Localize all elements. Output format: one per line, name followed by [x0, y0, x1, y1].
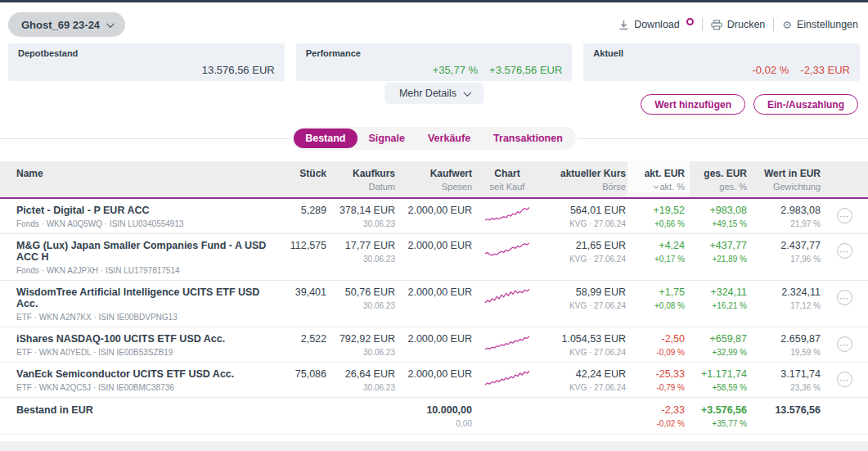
col-header-kaufkurs[interactable]: KaufkursDatum — [333, 168, 395, 192]
table-row: VanEck Semiconductor UCITS ETF USD Acc. … — [0, 363, 868, 398]
ges-eur-cell: +659,87 +32,99 % — [691, 333, 747, 357]
gewichtung-value: 17,12 % — [753, 301, 821, 310]
chart-cell[interactable] — [479, 205, 536, 224]
kaufwert-value: 2.000,00 EUR — [402, 240, 472, 251]
instrument-name-link[interactable]: VanEck Semiconductor UCITS ETF USD Acc. — [16, 368, 274, 380]
aktuell-value: -2,33 EUR — [800, 64, 850, 76]
bestand-wert: 13.576,56 — [753, 404, 821, 416]
tab-bestand[interactable]: Bestand — [294, 129, 357, 148]
akt-pct-value: -0,79 % — [632, 383, 685, 392]
ges-eur-value: +983,08 — [691, 205, 747, 216]
row-more-options-button[interactable]: ⋯ — [837, 336, 852, 352]
gear-icon: ⚙ — [782, 19, 792, 31]
instrument-name-link[interactable]: M&G (Lux) Japan Smaller Companies Fund -… — [16, 240, 274, 263]
akt-eur-value: +1,75 — [632, 286, 685, 298]
ges-pct-value: +49,15 % — [691, 219, 747, 228]
bestand-label: Bestand in EUR — [16, 404, 274, 416]
bestand-akt-eur: -2,33 — [632, 404, 685, 416]
chart-cell[interactable] — [479, 368, 536, 388]
download-label: Download — [634, 19, 680, 30]
ges-pct-value: +32,99 % — [691, 348, 747, 357]
col-header-stueck[interactable]: Stück — [281, 168, 326, 179]
ein-auszahlung-button[interactable]: Ein-/Auszahlung — [753, 94, 858, 115]
wert-value: 3.171,74 — [753, 368, 821, 380]
kaufkurs-value: 792,92 EUR — [333, 333, 395, 345]
tab-signale[interactable]: Signale — [358, 129, 416, 148]
download-icon — [618, 20, 629, 30]
download-button[interactable]: Download — [618, 19, 694, 30]
kauf-datum: 30.06.23 — [333, 383, 395, 392]
sparkline-chart — [483, 286, 531, 306]
instrument-name-link[interactable]: WisdomTree Artificial Intelligence UCITS… — [16, 286, 274, 309]
akt-eur-value: +19,52 — [632, 205, 685, 216]
kaufkurs-cell: 50,76 EUR 30.06.23 — [333, 286, 395, 310]
einstellungen-label: Einstellungen — [797, 19, 858, 30]
chart-cell[interactable] — [479, 240, 536, 259]
wert-hinzufuegen-button[interactable]: Wert hinzufügen — [641, 94, 745, 115]
aktueller-kurs-cell: 58,99 EUR KVG · 27.06.24 — [542, 286, 626, 310]
wert-value: 2.659,87 — [753, 333, 821, 345]
kaufkurs-value: 26,64 EUR — [333, 368, 395, 380]
gewichtung-value: 19,59 % — [753, 348, 821, 357]
kauf-datum: 30.06.23 — [333, 348, 395, 357]
tab-verkaeufe[interactable]: Verkäufe — [416, 129, 482, 148]
row-more-options-button[interactable]: ⋯ — [837, 208, 852, 223]
col-header-aktueller-kurs[interactable]: aktueller KursBörse — [542, 168, 626, 192]
table-row: M&G (Lux) Japan Smaller Companies Fund -… — [0, 234, 868, 281]
chevron-down-icon — [463, 88, 471, 97]
akt-eur-cell: +19,52 +0,66 % — [632, 205, 685, 228]
kaufkurs-value: 17,77 EUR — [333, 240, 395, 251]
chart-cell[interactable] — [479, 333, 536, 353]
einstellungen-button[interactable]: ⚙ Einstellungen — [782, 19, 858, 31]
drucken-button[interactable]: Drucken — [711, 19, 766, 30]
kurs-boerse: KVG · 27.06.24 — [542, 255, 626, 264]
portfolio-name: Ghost_69 23-24 — [21, 19, 100, 31]
instrument-name-link[interactable]: Pictet - Digital - P EUR ACC — [16, 205, 274, 216]
mehr-details-button[interactable]: Mehr Details — [385, 83, 483, 104]
aktueller-kurs-cell: 564,01 EUR KVG · 27.06.24 — [542, 205, 626, 228]
wert-value: 2.983,08 — [753, 205, 821, 216]
akt-pct-value: -0,09 % — [632, 348, 685, 357]
table-row: Pictet - Digital - P EUR ACC Fonds · WKN… — [0, 199, 868, 234]
akt-eur-cell: -2,50 -0,09 % — [632, 333, 685, 357]
stueck-value: 5,289 — [281, 205, 326, 216]
kaufkurs-cell: 26,64 EUR 30.06.23 — [333, 368, 395, 392]
table-row: iShares NASDAQ-100 UCITS ETF USD Acc. ET… — [0, 327, 868, 363]
instrument-meta: ETF · WKN A2N7KX · ISIN IE00BDVPNG13 — [16, 313, 274, 322]
row-more-options-button[interactable]: ⋯ — [837, 243, 852, 259]
chart-cell[interactable] — [479, 286, 536, 306]
bestand-in-eur-row: Bestand in EUR 10.000,00 0,00 -2,33 -0,0… — [0, 398, 868, 435]
kaufwert-value: 2.000,00 EUR — [402, 286, 472, 298]
ges-eur-value: +659,87 — [691, 333, 747, 345]
header-actions: Download Drucken ⚙ Einstellungen — [618, 18, 858, 31]
gewichtung-value: 23,36 % — [753, 383, 821, 392]
col-header-name[interactable]: Name — [16, 168, 274, 179]
wert-cell: 2.659,87 19,59 % — [753, 333, 821, 357]
drucken-label: Drucken — [727, 19, 766, 30]
stueck-value: 112,575 — [281, 240, 326, 251]
col-header-wert-in-eur[interactable]: Wert in EURGewichtung — [753, 168, 821, 192]
instrument-cell: Pictet - Digital - P EUR ACC Fonds · WKN… — [16, 205, 274, 228]
kauf-datum: 30.06.23 — [333, 301, 395, 310]
tab-transaktionen[interactable]: Transaktionen — [482, 129, 574, 148]
instrument-name-link[interactable]: iShares NASDAQ-100 UCITS ETF USD Acc. — [16, 333, 274, 345]
ges-eur-cell: +324,11 +16,21 % — [691, 286, 747, 310]
col-header-ges-eur[interactable]: ges. EURges. % — [691, 168, 747, 192]
sort-chevron-down-icon — [654, 183, 659, 188]
ges-pct-value: +21,89 % — [691, 255, 747, 264]
akt-eur-value: -2,50 — [632, 333, 685, 345]
mehr-details-label: Mehr Details — [399, 88, 456, 99]
portfolio-selector[interactable]: Ghost_69 23-24 — [8, 12, 125, 37]
ges-eur-value: +437,77 — [691, 240, 747, 251]
col-header-chart: Chartseit Kauf — [479, 168, 536, 192]
col-header-akt-eur[interactable]: akt. EURakt. % — [627, 161, 690, 197]
ges-eur-cell: +983,08 +49,15 % — [691, 205, 747, 228]
bestand-akt-pct: -0,02 % — [632, 419, 685, 428]
premium-badge-icon — [686, 18, 694, 25]
depotbestand-label: Depotbestand — [18, 48, 275, 58]
instrument-cell: VanEck Semiconductor UCITS ETF USD Acc. … — [16, 368, 274, 392]
akt-pct-value: +0,17 % — [632, 255, 685, 264]
row-more-options-button[interactable]: ⋯ — [837, 290, 852, 305]
col-header-kaufwert[interactable]: KaufwertSpesen — [402, 168, 472, 192]
row-more-options-button[interactable]: ⋯ — [837, 372, 852, 387]
